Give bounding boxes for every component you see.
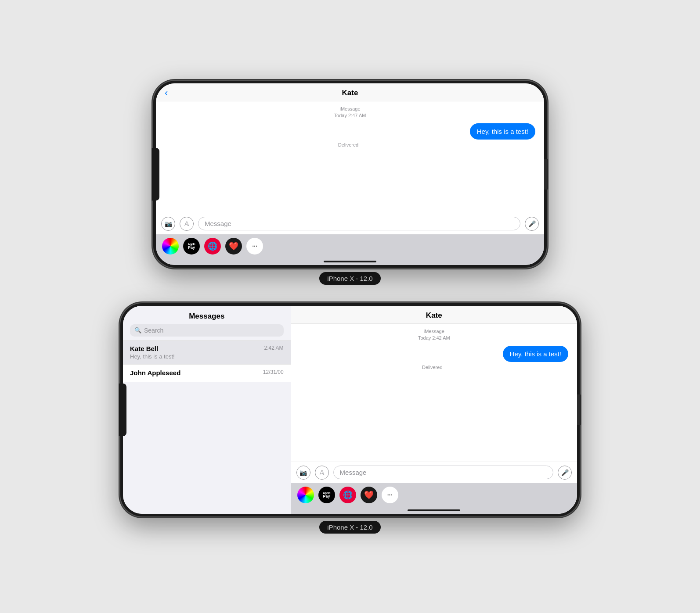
chat-input-area: 📷 𝔸 Message 🎤 bbox=[156, 213, 544, 234]
panel-mic-icon[interactable]: 🎤 bbox=[558, 466, 572, 480]
more-apps-button[interactable]: ··· bbox=[246, 238, 263, 255]
app-tray: Apple Pay 🌐 ❤️ ··· bbox=[156, 234, 544, 258]
panel-heart-icon[interactable]: ❤️ bbox=[361, 487, 377, 503]
home-bar bbox=[324, 261, 376, 262]
conv-time-john: 12/31/00 bbox=[263, 369, 284, 376]
split-screen: Messages 🔍 Search Kate Bell 2:42 AM bbox=[123, 306, 577, 514]
panel-message-status: Delivered bbox=[422, 365, 446, 370]
chat-panel-title: Kate bbox=[298, 311, 570, 320]
conversation-list: Kate Bell 2:42 AM Hey, this is a test! J… bbox=[123, 341, 291, 514]
panel-apps-icon[interactable]: 𝔸 bbox=[315, 466, 329, 480]
chat-panel-header: Kate bbox=[291, 306, 577, 324]
chat-panel-body: iMessage Today 2:42 AM Hey, this is a te… bbox=[291, 324, 577, 462]
conv-preview-kate: Hey, this is a test! bbox=[130, 353, 284, 360]
message-input[interactable]: Message bbox=[198, 217, 520, 230]
chat-title: Kate bbox=[342, 89, 358, 97]
panel-message-bubble: Hey, this is a test! bbox=[503, 346, 568, 362]
panel-camera-icon[interactable]: 📷 bbox=[296, 466, 310, 480]
apps-icon[interactable]: 𝔸 bbox=[180, 217, 194, 231]
panel-applepay-icon[interactable]: Apple Pay bbox=[318, 487, 335, 503]
back-button[interactable]: ‹ bbox=[165, 87, 168, 99]
chat-panel: Kate iMessage Today 2:42 AM Hey, this is… bbox=[291, 306, 577, 514]
search-icon: 🔍 bbox=[134, 327, 141, 333]
device-1-wrapper: ‹ Kate iMessage Today 2:47 AM Hey, this … bbox=[152, 80, 548, 285]
conv-name-kate: Kate Bell bbox=[130, 345, 158, 352]
conv-top-john: John Appleseed 12/31/00 bbox=[130, 369, 284, 376]
search-bar[interactable]: 🔍 Search bbox=[130, 324, 284, 337]
chat-body: iMessage Today 2:47 AM Hey, this is a te… bbox=[156, 101, 544, 213]
device-1-label: iPhone X - 12.0 bbox=[319, 272, 380, 285]
panel-home-indicator bbox=[291, 507, 577, 514]
conversation-item-kate[interactable]: Kate Bell 2:42 AM Hey, this is a test! bbox=[123, 341, 291, 365]
conv-time-kate: 2:42 AM bbox=[264, 345, 284, 352]
search-placeholder: Search bbox=[144, 327, 163, 334]
conv-name-john: John Appleseed bbox=[130, 369, 180, 376]
heart-icon[interactable]: ❤️ bbox=[225, 238, 242, 255]
message-row: Hey, this is a test! bbox=[165, 123, 535, 140]
panel-message-input[interactable]: Message bbox=[333, 466, 553, 479]
message-status: Delivered bbox=[338, 142, 362, 147]
panel-input-area: 📷 𝔸 Message 🎤 bbox=[291, 462, 577, 483]
sidebar-title: Messages bbox=[130, 312, 284, 321]
chat-header: ‹ Kate bbox=[156, 83, 544, 101]
panel-home-bar bbox=[408, 509, 460, 511]
mic-icon[interactable]: 🎤 bbox=[525, 217, 539, 231]
panel-more-apps[interactable]: ··· bbox=[382, 487, 398, 503]
device-2-wrapper: Messages 🔍 Search Kate Bell 2:42 AM bbox=[119, 302, 581, 534]
panel-app-tray: Apple Pay 🌐 ❤️ ··· bbox=[291, 483, 577, 507]
device-2-label: iPhone X - 12.0 bbox=[319, 521, 380, 534]
panel-imessage-label: iMessage Today 2:42 AM bbox=[418, 328, 450, 342]
conversation-item-john[interactable]: John Appleseed 12/31/00 bbox=[123, 365, 291, 382]
imessage-label: iMessage Today 2:47 AM bbox=[334, 106, 366, 119]
camera-icon[interactable]: 📷 bbox=[161, 217, 175, 231]
panel-photos-icon[interactable] bbox=[297, 487, 314, 503]
sidebar-header: Messages 🔍 Search bbox=[123, 306, 291, 341]
panel-globe-icon[interactable]: 🌐 bbox=[339, 487, 356, 503]
globe-icon[interactable]: 🌐 bbox=[204, 238, 221, 255]
messages-sidebar: Messages 🔍 Search Kate Bell 2:42 AM bbox=[123, 306, 291, 514]
message-bubble: Hey, this is a test! bbox=[470, 123, 535, 140]
panel-message-row: Hey, this is a test! bbox=[300, 346, 568, 362]
home-indicator bbox=[156, 258, 544, 265]
device-1: ‹ Kate iMessage Today 2:47 AM Hey, this … bbox=[152, 80, 548, 269]
photos-app-icon[interactable] bbox=[162, 238, 179, 255]
device-2: Messages 🔍 Search Kate Bell 2:42 AM bbox=[119, 302, 581, 517]
conv-top-kate: Kate Bell 2:42 AM bbox=[130, 345, 284, 352]
applepay-icon[interactable]: Apple Pay bbox=[183, 238, 200, 255]
device-2-screen: Messages 🔍 Search Kate Bell 2:42 AM bbox=[123, 306, 577, 514]
device-1-screen: ‹ Kate iMessage Today 2:47 AM Hey, this … bbox=[156, 83, 544, 265]
